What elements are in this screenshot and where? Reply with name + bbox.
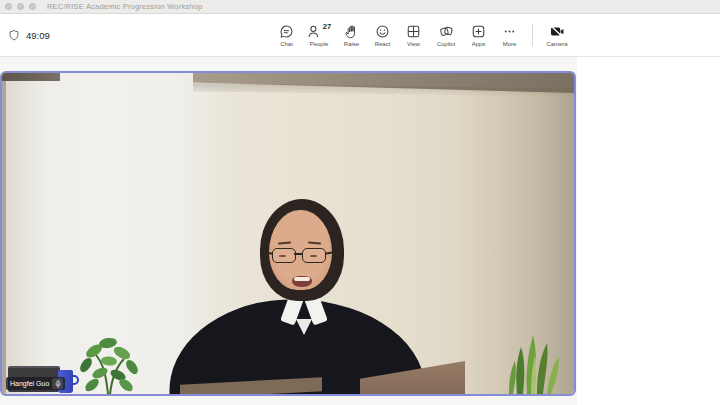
raise-hand-button[interactable]: Raise (336, 24, 367, 47)
window-controls (5, 3, 36, 10)
window-title: REC/RISE Academic Progression Workshop (47, 2, 202, 11)
copilot-icon (439, 24, 454, 39)
react-button[interactable]: React (367, 24, 398, 47)
mic-chip (52, 378, 63, 389)
meeting-timer-value: 49:09 (26, 30, 50, 41)
window-titlebar: REC/RISE Academic Progression Workshop (0, 0, 720, 14)
camera-button[interactable]: Camera (540, 24, 574, 47)
wall-edge (2, 73, 6, 394)
apps-button[interactable]: Apps (463, 24, 494, 47)
zoom-window-button[interactable] (29, 3, 36, 10)
camera-label: Camera (546, 41, 567, 47)
apps-label: Apps (472, 41, 486, 47)
people-label: People (310, 41, 329, 47)
ceiling-beam-left (2, 73, 60, 81)
plant-right (503, 325, 565, 394)
person-teeth (294, 277, 310, 281)
meeting-stage: Hangfei Guo (0, 57, 577, 405)
more-ellipsis-icon (502, 24, 517, 39)
close-window-button[interactable] (5, 3, 12, 10)
participant-video-tile[interactable]: Hangfei Guo (0, 71, 576, 396)
meeting-toolbar: 49:09 Chat 27 People (0, 14, 720, 57)
react-label: React (375, 41, 391, 47)
apps-plus-icon (471, 24, 486, 39)
mic-icon (54, 380, 62, 388)
chat-button[interactable]: Chat (271, 24, 302, 47)
plant-left (70, 331, 146, 394)
copilot-button[interactable]: Copilot (429, 24, 463, 47)
glasses-lens-right (302, 248, 326, 263)
people-count-badge: 27 (323, 23, 331, 31)
raise-hand-icon (344, 24, 359, 39)
people-button[interactable]: 27 People (302, 24, 336, 47)
chat-icon (279, 24, 294, 39)
view-grid-icon (406, 24, 421, 39)
more-button[interactable]: More (494, 24, 525, 47)
people-icon (307, 24, 322, 39)
participant-name: Hangfei Guo (10, 377, 49, 390)
minimize-window-button[interactable] (17, 3, 24, 10)
meeting-controls: Chat 27 People Raise (271, 14, 574, 56)
copilot-label: Copilot (437, 41, 456, 47)
camera-icon (549, 24, 565, 39)
more-label: More (503, 41, 517, 47)
toolbar-divider (532, 24, 533, 46)
react-smiley-icon (375, 24, 390, 39)
chat-label: Chat (280, 41, 293, 47)
meeting-timer[interactable]: 49:09 (8, 14, 50, 56)
participant-name-tag: Hangfei Guo (6, 377, 65, 390)
view-button[interactable]: View (398, 24, 429, 47)
view-label: View (407, 41, 420, 47)
glasses-bridge (294, 253, 303, 255)
raise-hand-label: Raise (344, 41, 359, 47)
glasses-lens-left (272, 248, 296, 263)
shield-icon (8, 29, 20, 41)
